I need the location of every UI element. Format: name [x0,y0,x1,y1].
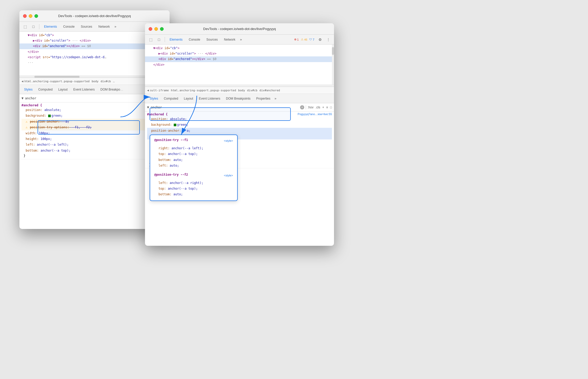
window-title-2: DevTools - codepen.io/web-dot-dev/live/P… [203,27,276,31]
tooltip-line-1-3: bottom: auto; [154,157,233,163]
breadcrumb-item-cb-1[interactable]: div#cb [100,80,111,83]
tooltip-style-link-1[interactable]: <style> [224,139,233,142]
tab-dom-breakpoints-1[interactable]: DOM Breakpo… [98,87,126,92]
tab-console-1[interactable]: Console [61,24,77,29]
breadcrumb-body-2[interactable]: body [238,89,245,92]
toolbar-2: ⬚ □ Elements Console Sources Network » ⊗… [145,35,334,44]
tooltip-gap-1 [154,143,233,145]
close-button-1[interactable] [23,14,27,18]
maximize-button-1[interactable] [34,14,38,18]
tab-layout-1[interactable]: Layout [56,87,70,92]
h-scroll-thumb-1 [34,76,79,78]
filter-sep-2 [306,105,306,109]
tab-properties-2[interactable]: Properties [254,96,273,101]
tab-computed-2[interactable]: Computed [161,96,181,101]
tooltip-line-1-2: top: anchor(--a top); [154,151,233,157]
v-scrollbar-2[interactable] [332,44,334,85]
devtools-window-2: DevTools - codepen.io/web-dot-dev/live/P… [145,23,334,246]
filter-options-2: :hov .cls + ≡ □ [308,106,332,109]
tooltip-line-1-4: left: auto; [154,163,233,168]
breadcrumb-html-2[interactable]: html.anchoring-support.popup-supported [171,89,236,92]
tab-computed-1[interactable]: Computed [36,87,55,92]
minimize-button-1[interactable] [29,14,32,18]
error-badge: ⊗ 1 [294,38,299,41]
dom-line-2-2[interactable]: ▶<div id="scroller"> ··· </div> [145,51,334,56]
tab-styles-2[interactable]: Styles [147,96,161,101]
highlight-box-1 [38,120,140,135]
tab-event-listeners-1[interactable]: Event Listeners [71,87,97,92]
info-badge: 🛡 7 [309,38,314,41]
more-tabs-icon-2[interactable]: » [239,38,243,41]
tab-event-listeners-2[interactable]: Event Listeners [196,96,223,101]
toolbar-sep-2 [165,37,165,42]
error-count: 1 [297,38,299,41]
filter-list-2[interactable]: ≡ [326,106,328,109]
h-scrollbar-2[interactable] [145,85,334,87]
breadcrumb-anchored-2[interactable]: div#anchored [259,89,280,92]
tooltip-at-rule-1: @position-try --f1 [154,138,188,142]
highlight-box-2 [150,107,291,121]
css-prop-background-2[interactable]: background: green; [147,122,332,128]
dom-line-2-3[interactable]: <div id="anchored"></div> == $0 [145,56,334,62]
breadcrumb-back-2[interactable]: ◀ [147,88,149,92]
tab-layout-2[interactable]: Layout [181,96,196,101]
tab-sources-1[interactable]: Sources [78,24,95,29]
css-prop-position-anchor-2[interactable]: position-anchor: --a; [147,128,332,133]
bottom-tabs-2: Styles Computed Layout Event Listeners D… [145,94,334,103]
device-icon-2[interactable]: □ [155,36,163,43]
warning-badge: ⚠ 46 [301,38,307,41]
breadcrumb-more-1[interactable]: … [113,80,115,83]
warning-count: 46 [304,38,307,41]
tab-dom-breakpoints-2[interactable]: DOM Breakpoints [223,96,253,101]
dom-line-2-4[interactable]: </div> [145,62,334,68]
tab-elements-2[interactable]: Elements [167,37,185,42]
tab-network-2[interactable]: Network [221,37,238,42]
more-icon-2[interactable]: ⋮ [325,36,332,43]
minimize-button-2[interactable] [154,27,158,31]
warning-icon-2: ⚠ [26,125,27,129]
tooltip-section1-header: @position-try --f1 <style> [154,138,233,143]
traffic-lights-2 [149,27,164,31]
tab-sources-2[interactable]: Sources [204,37,220,42]
close-button-2[interactable] [149,27,152,31]
filter-hov-2[interactable]: :hov [308,106,314,109]
window-title-1: DevTools - codepen.io/web-dot-dev/live/P… [58,14,131,18]
filter-icon-1: ▼ [21,96,24,100]
title-bar-1: DevTools - codepen.io/web-dot-dev/live/P… [19,10,170,22]
maximize-button-2[interactable] [160,27,164,31]
more-tabs-icon-1[interactable]: » [113,25,117,28]
breadcrumb-item-html-1[interactable]: html.anchoring-support.popup-supported [24,80,90,83]
toolbar-separator-1 [39,24,39,29]
breadcrumb-back-1[interactable]: ◀ [21,79,23,83]
inspect-icon-2[interactable]: ⬚ [147,36,154,43]
tab-network-1[interactable]: Network [96,24,112,29]
tooltip-line-1-1: right: anchor(--a left); [154,145,233,151]
position-try-tooltip: @position-try --f1 <style> right: anchor… [150,135,238,168]
filter-clear-2[interactable]: × [300,105,304,109]
filter-add-2[interactable]: + [322,106,324,109]
filter-icon-2: ▼ [147,105,149,109]
v-scroll-thumb-2 [332,47,334,55]
breadcrumb-cb-2[interactable]: div#cb [247,89,257,92]
info-count: 7 [313,38,314,41]
breadcrumb-item-body-1[interactable]: body [92,80,99,83]
info-icon: 🛡 [309,38,312,41]
device-icon[interactable]: □ [30,23,37,30]
css-selector-1: #anchored { [21,103,42,107]
settings-icon-2[interactable]: ⚙ [316,36,324,43]
filter-input-1[interactable] [25,96,146,100]
tab-styles-1[interactable]: Styles [21,87,35,92]
more-tabs-bottom-2[interactable]: » [273,96,277,100]
filter-expand-2[interactable]: □ [330,106,332,109]
dom-line-2-1[interactable]: ▼<div id="cb"> [145,46,334,51]
tab-elements-1[interactable]: Elements [41,24,60,29]
breadcrumb-iframe[interactable]: sult-iframe [150,89,169,92]
warning-icon-toolbar: ⚠ [301,38,303,41]
tab-console-2[interactable]: Console [186,37,203,42]
css-rule-link-2[interactable]: Pogyyyq?ano…iew=live:55 [298,113,332,116]
traffic-lights-1 [23,14,38,18]
inspect-icon[interactable]: ⬚ [21,23,29,30]
filter-cls-2[interactable]: .cls [316,106,320,109]
error-icon: ⊗ [294,38,296,41]
warning-icon-1: ⚠ [26,120,27,123]
